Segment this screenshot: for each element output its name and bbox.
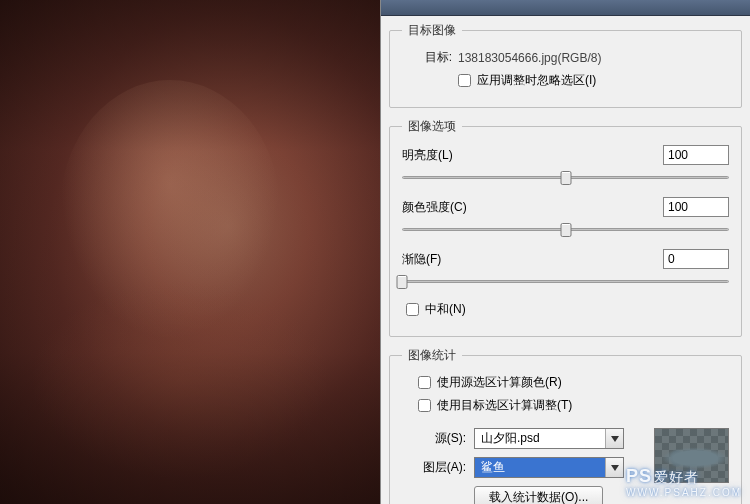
color-intensity-input[interactable] — [663, 197, 729, 217]
slider-thumb[interactable] — [560, 171, 571, 185]
layer-select[interactable]: 鲨鱼 — [474, 457, 624, 478]
neutralize-label: 中和(N) — [425, 301, 466, 318]
color-intensity-control: 颜色强度(C) — [402, 197, 729, 237]
ignore-selection-checkbox[interactable] — [458, 74, 471, 87]
use-source-selection-checkbox[interactable] — [418, 376, 431, 389]
image-shadow — [0, 0, 380, 504]
fade-input[interactable] — [663, 249, 729, 269]
slider-thumb[interactable] — [397, 275, 408, 289]
brightness-control: 明亮度(L) — [402, 145, 729, 185]
source-select-value: 山夕阳.psd — [481, 430, 540, 447]
layer-select-value: 鲨鱼 — [481, 459, 505, 476]
neutralize-checkbox[interactable] — [406, 303, 419, 316]
source-label: 源(S): — [402, 430, 466, 447]
image-statistics-legend: 图像统计 — [402, 347, 462, 364]
use-target-selection-label: 使用目标选区计算调整(T) — [437, 397, 572, 414]
match-color-dialog: 目标图像 目标: 138183054666.jpg(RGB/8) 应用调整时忽略… — [380, 0, 750, 504]
dialog-titlebar[interactable] — [381, 0, 750, 16]
slider-rail — [402, 280, 729, 283]
image-options-group: 图像选项 明亮度(L) 颜色强度(C) — [389, 118, 742, 337]
image-statistics-group: 图像统计 使用源选区计算颜色(R) 使用目标选区计算调整(T) 源(S): 山夕… — [389, 347, 742, 504]
layer-label: 图层(A): — [402, 459, 466, 476]
brightness-label: 明亮度(L) — [402, 147, 453, 164]
fade-slider[interactable] — [402, 275, 729, 289]
fade-label: 渐隐(F) — [402, 251, 441, 268]
brightness-input[interactable] — [663, 145, 729, 165]
load-statistics-button[interactable]: 载入统计数据(O)... — [474, 486, 603, 504]
use-target-selection-checkbox[interactable] — [418, 399, 431, 412]
brightness-slider[interactable] — [402, 171, 729, 185]
target-label: 目标: — [402, 49, 452, 66]
target-image-legend: 目标图像 — [402, 22, 462, 39]
color-intensity-label: 颜色强度(C) — [402, 199, 467, 216]
color-intensity-slider[interactable] — [402, 223, 729, 237]
chevron-down-icon — [605, 429, 623, 448]
use-source-selection-label: 使用源选区计算颜色(R) — [437, 374, 562, 391]
document-canvas — [0, 0, 380, 504]
target-filename: 138183054666.jpg(RGB/8) — [458, 51, 601, 65]
image-options-legend: 图像选项 — [402, 118, 462, 135]
source-select[interactable]: 山夕阳.psd — [474, 428, 624, 449]
ignore-selection-label: 应用调整时忽略选区(I) — [477, 72, 596, 89]
slider-thumb[interactable] — [560, 223, 571, 237]
chevron-down-icon — [605, 458, 623, 477]
source-preview-thumbnail — [654, 428, 729, 483]
target-image-group: 目标图像 目标: 138183054666.jpg(RGB/8) 应用调整时忽略… — [389, 22, 742, 108]
fade-control: 渐隐(F) — [402, 249, 729, 289]
thumbnail-image — [655, 429, 728, 482]
